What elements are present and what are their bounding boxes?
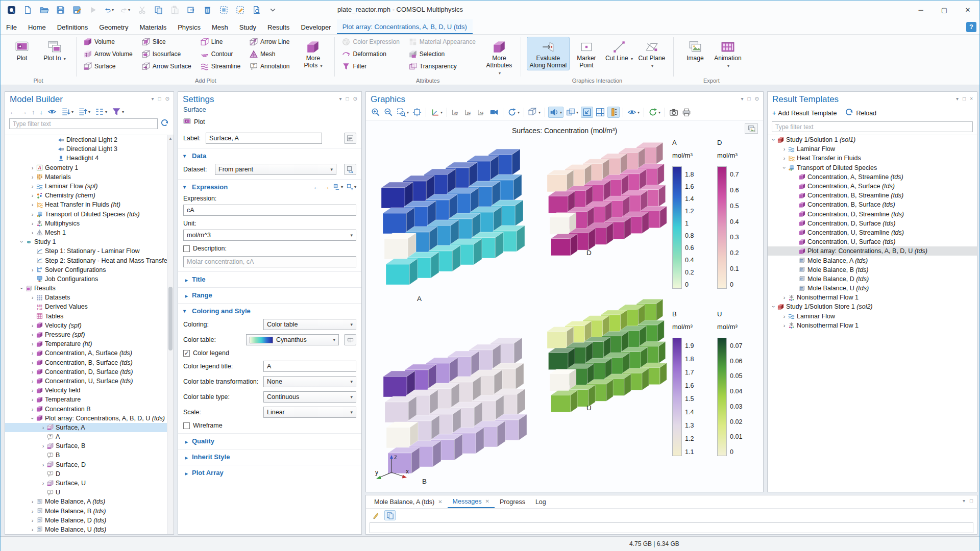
collapse-node-icon[interactable]: › [781, 164, 788, 171]
select-box-icon[interactable] [219, 6, 228, 15]
panel-menu-icon[interactable]: ▾ [339, 96, 342, 102]
expand-node-icon[interactable]: › [29, 396, 36, 403]
ribbon-button-evaluate-along-normal[interactable]: Evaluate Along Normal [527, 37, 570, 70]
rotate-view-icon[interactable]: ▾ [506, 107, 521, 118]
tree-item-velocity-field[interactable]: ›Velocity field [5, 386, 174, 395]
tree-item-datasets[interactable]: ›Datasets [5, 293, 174, 302]
tree-item-geometry-1[interactable]: ›AGeometry 1 [5, 163, 174, 172]
save-icon[interactable] [56, 6, 65, 15]
tree-item-mole-balance-u-tds[interactable]: Mole Balance, U (tds) [768, 284, 977, 293]
ribbon-tab-physics[interactable]: Physics [172, 19, 206, 34]
tree-item-concentration-d-streamline-tds[interactable]: Concentration, D, Streamline (tds) [768, 210, 977, 219]
tree-item-concentration-b[interactable]: ›Concentration B [5, 404, 174, 413]
edit-color-table-icon[interactable] [344, 334, 356, 345]
ribbon-button-volume[interactable]: Volume [82, 37, 135, 47]
panel-menu-icon[interactable]: ▾ [956, 96, 959, 102]
tree-item-d[interactable]: TD [5, 469, 174, 479]
ribbon-button-contour[interactable]: Contour [199, 49, 242, 59]
title-section-header[interactable]: Title [192, 276, 206, 283]
ribbon-tab-contextual-plot-array[interactable]: Plot array: Concentrations, A, B, D, U (… [337, 19, 473, 34]
ribbon-button-arrow-surface[interactable]: Arrow Surface [140, 61, 193, 71]
model-tree-settings-icon[interactable]: ▾ [95, 107, 107, 116]
expand-node-icon[interactable]: › [780, 294, 788, 300]
expand-node-icon[interactable]: › [29, 230, 36, 236]
zoom-in-icon[interactable] [370, 107, 381, 118]
expand-node-icon[interactable]: › [39, 424, 47, 431]
tree-item-concentration-b-surface-tds[interactable]: ›Concentration, B, Surface (tds) [5, 358, 174, 367]
ribbon-tab-geometry[interactable]: Geometry [93, 19, 134, 34]
tree-item-mole-balance-a-tds[interactable]: Mole Balance, A (tds) [768, 256, 977, 265]
scene-light-icon[interactable]: ▾ [527, 107, 542, 118]
collapse-node-icon[interactable]: › [19, 285, 25, 292]
tree-item-b[interactable]: TB [5, 450, 174, 460]
projection-icon[interactable] [488, 107, 500, 118]
copy-icon[interactable] [154, 6, 163, 15]
ribbon-button-image[interactable]: Image [679, 37, 711, 63]
clear-messages-icon[interactable] [370, 510, 381, 520]
unit-select[interactable]: mol/m^3▾ [183, 230, 356, 241]
grid-icon[interactable] [595, 107, 606, 118]
ribbon-tab-developer[interactable]: Developer [295, 19, 336, 34]
color-legend-title-input[interactable]: A [263, 361, 356, 372]
tree-item-surface-d[interactable]: ›Surface, D [5, 460, 174, 469]
expand-node-icon[interactable]: › [780, 322, 788, 329]
expand-node-icon[interactable]: › [29, 267, 36, 273]
expand-section-icon[interactable]: ▾ [183, 470, 189, 475]
collapse-section-icon[interactable]: ▾ [183, 153, 188, 159]
back-icon[interactable]: ← [9, 108, 16, 116]
tree-item-surface-b[interactable]: ›Surface, B [5, 441, 174, 450]
tree-item-concentration-u-streamline-tds[interactable]: Concentration, U, Streamline (tds) [768, 228, 977, 237]
expand-node-icon[interactable]: › [29, 341, 36, 347]
insert-expression-icon[interactable]: ▾ [347, 184, 356, 190]
expand-node-icon[interactable]: › [29, 183, 36, 189]
copy-messages-icon[interactable] [384, 510, 396, 520]
tree-item-job-configurations[interactable]: Job Configurations [5, 274, 174, 284]
zoom-out-icon[interactable] [383, 107, 394, 118]
view-xy-icon[interactable]: xy [450, 107, 461, 118]
ribbon-button-selection[interactable]: Selection [407, 49, 478, 59]
undo-icon[interactable]: ▾ [105, 6, 114, 15]
tree-item-study-1-solution-1-sol1[interactable]: ›Study 1/Solution 1 (sol1) [768, 135, 977, 144]
collapse-node-icon[interactable]: › [19, 238, 25, 246]
tree-item-concentration-d-surface-tds[interactable]: Concentration, D, Surface (tds) [768, 219, 977, 228]
reload-button[interactable]: Reload [845, 108, 876, 118]
close-tab-icon[interactable]: ✕ [485, 498, 489, 504]
tree-item-chemistry-chem[interactable]: ›Chemistry (chem) [5, 191, 174, 200]
dataset-select[interactable]: From parent▾ [215, 164, 336, 175]
ribbon-tab-materials[interactable]: Materials [134, 19, 172, 34]
float-panel-icon[interactable]: □ [748, 96, 751, 102]
move-up-icon[interactable]: ↑ [32, 108, 35, 116]
tree-item-temperature-ht[interactable]: ›Temperature (ht) [5, 339, 174, 348]
redo-icon[interactable]: ▾ [121, 6, 130, 15]
collapse-node-icon[interactable]: › [771, 136, 777, 144]
run-icon[interactable] [88, 6, 97, 15]
paste-icon[interactable] [170, 6, 179, 15]
color-legend-checkbox[interactable]: ✓ [183, 350, 190, 357]
expand-section-icon[interactable]: ▾ [183, 439, 189, 444]
tree-item-transport-of-diluted-species-tds[interactable]: ›Transport of Diluted Species (tds) [5, 210, 174, 219]
expand-section-icon[interactable]: ▾ [183, 293, 189, 298]
tree-item-step-1-stationary-laminar-flow[interactable]: Step 1: Stationary - Laminar Flow [5, 246, 174, 256]
filter-funnel-icon[interactable]: ▾ [112, 107, 124, 116]
ribbon-button-more-plots[interactable]: More Plots ▾ [297, 37, 329, 71]
expand-node-icon[interactable]: › [29, 211, 36, 217]
update-plot-icon[interactable]: ▾ [647, 107, 662, 118]
tree-item-mole-balance-b-tds[interactable]: ›Mole Balance, B (tds) [5, 507, 174, 516]
tab-progress[interactable]: Progress [495, 496, 530, 508]
tree-item-mesh-1[interactable]: ›Mesh 1 [5, 228, 174, 237]
search-icon[interactable] [252, 6, 261, 15]
quality-section-header[interactable]: Quality [192, 437, 214, 445]
tree-item-directional-light-2[interactable]: Directional Light 2 [5, 135, 174, 144]
ribbon-tab-results[interactable]: Results [262, 19, 295, 34]
transparency-icon[interactable]: ▾ [565, 107, 579, 118]
ribbon-button-transparency[interactable]: Transparency [407, 61, 478, 71]
ribbon-tab-home[interactable]: Home [22, 19, 52, 34]
ribbon-tab-study[interactable]: Study [234, 19, 262, 34]
insert-previous-expression-icon[interactable]: ← [313, 183, 320, 191]
ribbon-button-cut-plane[interactable]: Cut Plane ▾ [636, 37, 668, 71]
tab-mole-balance-a-tds[interactable]: Mole Balance, A (tds)✕ [369, 496, 448, 508]
expand-node-icon[interactable]: › [29, 202, 36, 208]
expand-node-icon[interactable]: › [29, 527, 36, 533]
expand-all-icon[interactable]: ▾ [61, 107, 74, 116]
tree-item-concentration-a-surface-tds[interactable]: Concentration, A, Surface (tds) [768, 182, 977, 191]
